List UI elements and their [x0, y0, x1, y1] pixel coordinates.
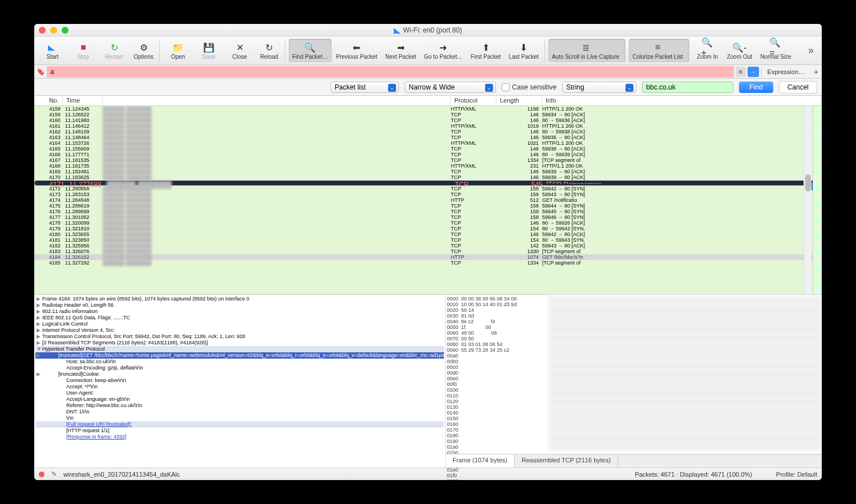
add-filter-button[interactable]: + — [810, 67, 822, 76]
tree-line[interactable]: DNT: 1\r\n — [35, 409, 444, 415]
case-sensitive-checkbox[interactable]: Case sensitive — [502, 83, 556, 91]
tree-line[interactable]: ▶Logical-Link Control — [35, 321, 444, 327]
tree-line[interactable]: ▶[truncated]GET /bbc/bbc/s?name=home.pag… — [35, 352, 444, 359]
find-icon: 🔍 — [304, 41, 316, 54]
goto-button[interactable]: ➜Go to Packet… — [421, 39, 466, 62]
edit-icon[interactable]: ✎ — [51, 470, 56, 478]
packet-row[interactable]: 416011.141980██████ ███████TCP14680 → 59… — [34, 117, 822, 123]
open-button[interactable]: 📁Open — [163, 39, 193, 62]
close-button[interactable]: ✕Close — [225, 39, 255, 62]
restart-button[interactable]: ↻Restart — [99, 39, 129, 62]
packet-row[interactable]: 416811.181735██████ ███████HTTP/XML231HT… — [34, 163, 822, 169]
capture-file-label: wireshark_en0_20170214113454_daKAlc — [63, 471, 180, 478]
packet-row[interactable]: 416111.146412██████ ███████HTTP/XML1019H… — [34, 123, 822, 129]
packet-row[interactable]: 417611.289699██████ ███████TCP15859945 →… — [34, 209, 822, 214]
tree-line[interactable]: ▶[truncated]Cookie: — [35, 371, 444, 377]
packet-row[interactable]: 417011.183625██████ ███████TCP14659939 →… — [34, 174, 822, 180]
toolbar-overflow-icon[interactable]: » — [803, 44, 818, 56]
find-scope-select[interactable]: Packet list⌃⌄ — [330, 82, 399, 93]
colorize-button[interactable]: ≡Colorize Packet List — [629, 39, 689, 62]
tree-line[interactable]: Referer: http://www.bbc.co.uk/\r\n — [35, 403, 444, 409]
tree-line[interactable]: ▶Radiotap Header v0, Length 56 — [35, 302, 444, 308]
packet-row[interactable]: 417711.301052██████ ███████TCP15859946 →… — [34, 214, 822, 220]
tree-line[interactable]: ▼Hypertext Transfer Protocol — [35, 346, 444, 352]
zoomout-button[interactable]: 🔍-Zoom Out — [724, 39, 756, 62]
packet-row[interactable]: 418411.326152██████ ███████HTTP1074GET /… — [34, 254, 822, 260]
tree-line[interactable]: User-Agent: — [35, 390, 444, 396]
find-charset-select[interactable]: Narrow & Wide⌃⌄ — [405, 82, 496, 93]
packet-row[interactable]: 416411.153726██████ ███████HTTP/XML1021H… — [34, 140, 822, 146]
zoomin-button[interactable]: 🔍+Zoom In — [693, 39, 722, 62]
packet-row[interactable]: 417911.321810██████ ███████TCP15480 → 59… — [34, 226, 822, 231]
packet-row[interactable]: 417211.280858██████ ███████TCP15859942 →… — [34, 186, 822, 192]
tree-line[interactable]: Accept-Encoding: gzip, deflate\r\n — [35, 365, 444, 371]
tree-line[interactable]: ▶802.11 radio information — [35, 308, 444, 315]
bookmark-icon[interactable]: 🔖 — [34, 68, 47, 76]
tree-line[interactable]: Host: sa.bbc.co.uk\r\n — [35, 359, 444, 365]
packet-row[interactable]: 416511.155909██████ ███████TCP14659938 →… — [34, 146, 822, 152]
next-button[interactable]: ➡Next Packet — [382, 39, 419, 62]
packet-bytes-pane[interactable]: 0000 00 00 38 00 6b 08 34 000010 10 00 5… — [445, 295, 822, 468]
tree-line[interactable]: ▶IEEE 802.11 QoS Data, Flags: .......TC — [35, 315, 444, 321]
display-filter-input[interactable] — [47, 66, 734, 78]
hex-ascii-blurred — [548, 295, 822, 450]
packet-row[interactable]: 416211.148109██████ ███████TCP14680 → 59… — [34, 129, 822, 135]
normal-button[interactable]: 🔍=Normal Size — [757, 39, 794, 62]
packet-row[interactable]: 415811.124345██████ ███████HTTP/XML1198H… — [34, 106, 822, 112]
tree-line[interactable]: [HTTP request 1/1] — [35, 428, 444, 434]
tree-line[interactable]: Connection: keep-alive\r\n — [35, 377, 444, 384]
packet-row[interactable]: 416311.148464██████ ███████TCP14659936 →… — [34, 135, 822, 140]
packet-row[interactable]: 417311.283153██████ ███████TCP15859943 →… — [34, 192, 822, 197]
scrollbar-thumb[interactable] — [805, 174, 811, 192]
tree-line[interactable]: ▶Internet Protocol Version 4, Src: — [35, 327, 444, 334]
tree-line[interactable]: \r\n — [35, 415, 444, 421]
packet-row[interactable]: 415911.126522██████ ███████TCP14659934 →… — [34, 112, 822, 117]
expert-info-icon[interactable] — [39, 472, 45, 477]
tab-frame[interactable]: Frame (1074 bytes) — [446, 454, 515, 468]
stop-button[interactable]: ■Stop — [68, 39, 98, 62]
save-button[interactable]: 💾Save — [194, 39, 224, 62]
packet-list[interactable]: 415811.124345██████ ███████HTTP/XML1198H… — [34, 106, 822, 294]
find-type-select[interactable]: String⌃⌄ — [562, 82, 636, 93]
packet-row[interactable]: 418211.325956██████ ███████TCP14259943 →… — [34, 243, 822, 249]
tree-line[interactable]: Accept: */*\r\n — [35, 384, 444, 390]
close-window-icon[interactable] — [39, 27, 46, 34]
packet-details-tree[interactable]: ▶Frame 4184: 1074 bytes on wire (8592 bi… — [34, 295, 445, 468]
minimize-window-icon[interactable] — [50, 27, 57, 34]
autoscroll-button[interactable]: ≣Auto Scroll in Live Capture — [548, 39, 625, 62]
packet-row[interactable]: 417411.284848██████ ███████HTTP512GET /n… — [34, 197, 822, 203]
tree-line[interactable]: Accept-Language: en-gb\r\n — [35, 396, 444, 403]
packet-row[interactable]: 418111.323850██████ ███████TCP15480 → 59… — [34, 237, 822, 243]
zoom-window-icon[interactable] — [62, 27, 68, 34]
packet-row[interactable]: 418511.327292██████ ███████TCP1334[TCP s… — [34, 260, 822, 266]
tree-line[interactable]: ▶Transmission Control Protocol, Src Port… — [35, 334, 444, 340]
expression-button[interactable]: Expression… — [761, 67, 810, 76]
clear-filter-icon[interactable]: ✕ — [736, 67, 746, 77]
packet-row[interactable]: 418011.323655██████ ███████TCP14659942 →… — [34, 231, 822, 237]
packet-row[interactable]: 416611.177771██████ ███████TCP14680 → 59… — [34, 152, 822, 157]
scrollbar-vertical[interactable] — [803, 106, 811, 294]
tree-line[interactable]: [Response in frame: 4292] — [35, 434, 444, 440]
packet-row[interactable]: 417811.320099██████ ███████TCP14680 → 59… — [34, 220, 822, 226]
packet-list-header[interactable]: No. Time Protocol Length Info — [34, 96, 822, 106]
prev-button[interactable]: ⬅Previous Packet — [333, 39, 381, 62]
start-button[interactable]: Start — [38, 39, 67, 62]
packet-row[interactable]: 416711.181535██████ ███████TCP1334[TCP s… — [34, 157, 822, 163]
tree-line[interactable]: ▶[2 Reassembled TCP Segments (2116 bytes… — [35, 340, 444, 346]
packet-row[interactable]: 417111.277688██████ ███████TCP545[TCP Re… — [34, 180, 822, 186]
last-button[interactable]: ⬇Last Packet — [506, 39, 545, 62]
tab-reassembled[interactable]: Reassembled TCP (2116 bytes) — [515, 454, 618, 468]
packet-row[interactable]: 416911.182481██████ ███████TCP14659939 →… — [34, 169, 822, 174]
tree-line[interactable]: [Full request URI [truncated]: — [35, 421, 444, 428]
find-button[interactable]: 🔍Find Packet… — [289, 39, 332, 62]
reload-button[interactable]: ↻Reload — [256, 39, 285, 62]
cancel-button[interactable]: Cancel — [779, 81, 817, 94]
tree-line[interactable]: ▶Frame 4184: 1074 bytes on wire (8592 bi… — [35, 296, 444, 302]
apply-filter-icon[interactable]: → — [748, 67, 759, 77]
packet-row[interactable]: 418311.326076██████ ███████TCP1330[TCP s… — [34, 249, 822, 254]
packet-row[interactable]: 417511.288619██████ ███████TCP15859944 →… — [34, 203, 822, 209]
find-input[interactable] — [642, 82, 733, 93]
first-button[interactable]: ⬆First Packet — [467, 39, 504, 62]
find-button[interactable]: Find — [739, 82, 773, 93]
options-button[interactable]: ⚙Options — [130, 39, 160, 62]
